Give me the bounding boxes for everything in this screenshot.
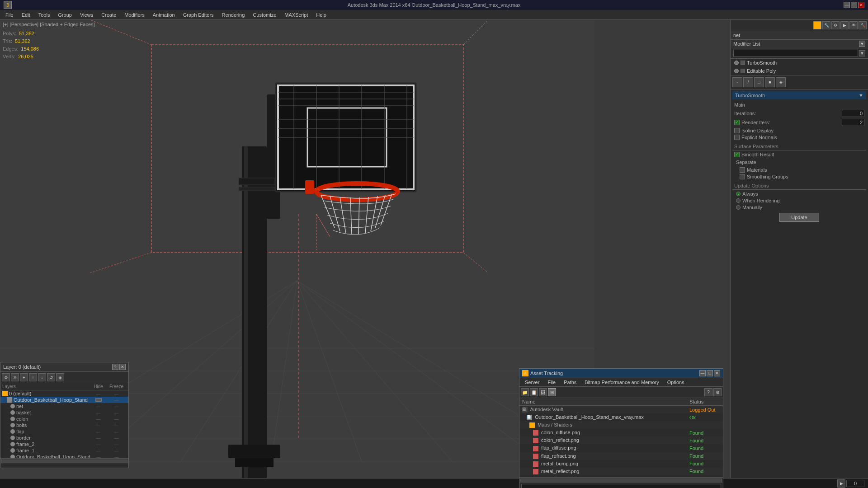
asset-tb-icon-1[interactable]: 📁	[521, 388, 529, 396]
asset-tb-icon-right-2[interactable]: ⚙	[713, 388, 722, 396]
color-swatch-icon[interactable]	[813, 21, 821, 29]
asset-scrollbar[interactable]	[519, 477, 723, 483]
edge-icon[interactable]: /	[743, 77, 753, 87]
turbopanel-title: TurboSmooth	[735, 93, 765, 98]
menu-tools[interactable]: Tools	[35, 11, 54, 19]
when-rendering-radio[interactable]	[736, 198, 741, 203]
table-row[interactable]: metal_reflect.png Found	[519, 468, 723, 475]
asset-tb-icon-2[interactable]: 📋	[530, 388, 538, 396]
modifier-editablepoly[interactable]: Editable Poly	[731, 67, 868, 75]
display-icon[interactable]: 👁	[849, 21, 858, 29]
modifier-search-btn[interactable]: ▼	[859, 50, 865, 56]
smooth-result-checkbox[interactable]: ✓	[734, 152, 740, 157]
layer-panel-help[interactable]: ?	[112, 364, 118, 370]
manually-radio[interactable]	[736, 205, 741, 210]
list-item[interactable]: frame_2 — —	[0, 441, 128, 447]
menu-group[interactable]: Group	[54, 11, 75, 19]
list-item[interactable]: frame_1 — —	[0, 447, 128, 454]
table-row[interactable]: flap_diffuse.png Found	[519, 444, 723, 452]
modifier-search-input[interactable]	[733, 50, 858, 57]
render-iters-checkbox[interactable]: ✓	[734, 120, 740, 125]
table-row[interactable]: 🏛 Autodesk Vault Logged Out	[519, 406, 723, 414]
minimize-button[interactable]: —	[844, 2, 850, 8]
asset-tb-icon-3[interactable]: 🖼	[539, 388, 547, 396]
layer-scrollbar[interactable]	[0, 458, 128, 464]
asset-panel-minimize[interactable]: —	[699, 370, 706, 376]
menu-file[interactable]: File	[2, 11, 17, 19]
layer-panel-close[interactable]: ✕	[119, 364, 126, 370]
table-row[interactable]: 📄 Outdoor_Basketball_Hoop_Stand_max_vray…	[519, 413, 723, 421]
asset-menu-bitmap-perf[interactable]: Bitmap Performance and Memory	[581, 379, 662, 385]
polygon-icon[interactable]: ■	[765, 77, 775, 87]
menu-customize[interactable]: Customize	[249, 11, 280, 19]
list-item[interactable]: Outdoor_Basketball_Hoop_Stand —	[0, 397, 128, 403]
asset-menu-server[interactable]: Server	[521, 379, 543, 385]
maximize-button[interactable]: □	[851, 2, 857, 8]
menu-edit[interactable]: Edit	[18, 11, 34, 19]
smooth-result-label: Smooth Result	[741, 152, 774, 157]
layer-move-up-icon[interactable]: ↑	[29, 373, 37, 381]
table-row[interactable]: colon_reflect.png Found	[519, 436, 723, 444]
vertex-icon[interactable]: ·	[732, 77, 742, 87]
list-item[interactable]: colon — —	[0, 416, 128, 422]
asset-tb-icon-right-1[interactable]: ?	[704, 388, 712, 396]
asset-path-input[interactable]	[521, 484, 721, 488]
table-row[interactable]: metal_bump.png Found	[519, 460, 723, 468]
play-button[interactable]: ▶	[837, 479, 845, 488]
render-iters-input[interactable]	[842, 119, 864, 126]
menu-rendering[interactable]: Rendering	[218, 11, 249, 19]
list-item[interactable]: flap — —	[0, 428, 128, 435]
list-item[interactable]: Outdoor_Basketball_Hoop_Stand — —	[0, 454, 128, 458]
hierarchy-icon[interactable]: ⚙	[831, 21, 840, 29]
isoline-checkbox[interactable]	[734, 128, 740, 133]
frame-input[interactable]: 0	[846, 480, 864, 487]
menu-views[interactable]: Views	[76, 11, 97, 19]
layer-refresh-icon[interactable]: ↺	[47, 373, 55, 381]
iterations-input[interactable]	[842, 110, 864, 117]
modify-icon[interactable]: 🔧	[822, 21, 830, 29]
modifier-turbosmooth[interactable]: TurboSmooth	[731, 59, 868, 67]
layer-panel-title: Layer: 0 (default)	[3, 364, 41, 370]
asset-panel-close[interactable]: ✕	[714, 370, 720, 376]
asset-menu-paths[interactable]: Paths	[560, 379, 580, 385]
utilities-icon[interactable]: 🔨	[859, 21, 867, 29]
mod-checkbox-turbosmooth[interactable]	[734, 61, 739, 65]
asset-panel-maximize[interactable]: □	[707, 370, 713, 376]
explicit-normals-checkbox[interactable]	[734, 135, 740, 140]
asset-menu-file[interactable]: File	[544, 379, 559, 385]
menu-animation[interactable]: Animation	[149, 11, 179, 19]
menu-maxscript[interactable]: MAXScript	[281, 11, 311, 19]
modifier-list-dropdown[interactable]: ▼	[859, 41, 865, 47]
layer-vis-toggle[interactable]	[90, 398, 106, 402]
menu-modifiers[interactable]: Modifiers	[121, 11, 148, 19]
layer-delete-icon[interactable]: ✕	[11, 373, 19, 381]
close-button[interactable]: ✕	[858, 2, 864, 8]
turbopanel-collapse-icon[interactable]: ▼	[859, 93, 863, 98]
list-item[interactable]: bolts — —	[0, 422, 128, 428]
materials-checkbox[interactable]	[740, 167, 745, 173]
list-item[interactable]: 0 (default) — —	[0, 390, 128, 397]
motion-icon[interactable]: ▶	[840, 21, 849, 29]
table-row[interactable]: Maps / Shaders	[519, 421, 723, 429]
menu-help[interactable]: Help	[312, 11, 330, 19]
list-item[interactable]: border — —	[0, 435, 128, 441]
always-radio[interactable]: •	[736, 192, 741, 196]
update-button[interactable]: Update	[779, 213, 819, 222]
border-icon[interactable]: □	[754, 77, 764, 87]
edges-label: Edges:	[3, 45, 18, 53]
list-item[interactable]: basket — —	[0, 409, 128, 416]
element-icon[interactable]: ◈	[776, 77, 786, 87]
layer-move-down-icon[interactable]: ↓	[38, 373, 46, 381]
menu-grapheditors[interactable]: Graph Editors	[179, 11, 217, 19]
table-row[interactable]: flap_refract.png Found	[519, 452, 723, 460]
layer-select-icon[interactable]: ◈	[56, 373, 64, 381]
asset-menu-options[interactable]: Options	[664, 379, 688, 385]
asset-tb-icon-4[interactable]: ⊞	[548, 388, 556, 396]
layer-settings-icon[interactable]: ⚙	[2, 373, 10, 381]
menu-create[interactable]: Create	[98, 11, 120, 19]
mod-checkbox-editablepoly[interactable]	[734, 69, 739, 73]
layer-add-icon[interactable]: +	[20, 373, 28, 381]
list-item[interactable]: net — —	[0, 403, 128, 409]
table-row[interactable]: colon_diffuse.png Found	[519, 429, 723, 436]
smoothing-groups-checkbox[interactable]	[740, 174, 745, 179]
